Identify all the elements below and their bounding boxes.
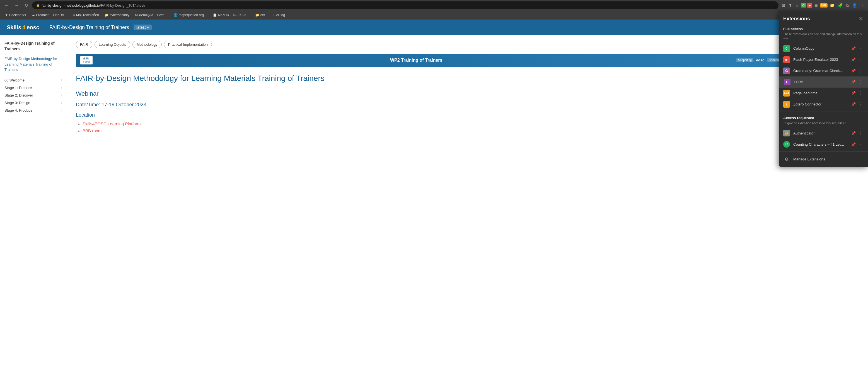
authenticator-icon: 🔐: [783, 130, 790, 137]
ext-name-zotero: Zotero Connector: [793, 102, 848, 106]
bookmark-cirt[interactable]: 📁 cirt: [253, 12, 267, 18]
link-skills4eosc[interactable]: Skills4EOSC Learning Platform: [83, 121, 141, 126]
pin-icon-lera[interactable]: 📌: [851, 80, 856, 84]
browser-chrome: ← → ↻ 🔒 fair-by-design-methodology.githu…: [0, 0, 868, 20]
divider: [779, 112, 868, 112]
ext-item-counting[interactable]: C Counting Characters – #1 Let… 📌 ⋮: [779, 139, 868, 150]
clipboard-icon: 📋: [213, 13, 217, 17]
extension-badge-red[interactable]: ▶: [807, 3, 812, 8]
site-title: FAIR-by-Design Training of Trainers: [49, 25, 129, 30]
toolbar-right: ⊡ ⬆ ☆ C ▶ ⊞ 0.69 📁 🧩 ⧉ 👤 ⋮: [781, 2, 865, 9]
browser-titlebar: ← → ↻ 🔒 fair-by-design-methodology.githu…: [0, 0, 868, 10]
tab-methodology[interactable]: Methodology: [132, 41, 161, 48]
extension-badge-green[interactable]: C: [801, 3, 806, 7]
logo-skills: Skills: [7, 24, 21, 31]
ext-item-grammarly[interactable]: G Grammarly: Grammar Check… 📌 ⋮: [779, 65, 868, 77]
sidebar-active-link[interactable]: FAIR-by-Design Methodology for Learning …: [4, 56, 62, 72]
page-load-badge[interactable]: 0.69: [820, 3, 828, 7]
content-links-list: Skills4EOSC Learning Platform BBB room: [76, 121, 859, 133]
pin-icon-counting[interactable]: 📌: [851, 142, 856, 146]
sidebar-item-discover[interactable]: Stage 2: Discover ›: [4, 91, 62, 99]
link-bbb-room[interactable]: BBB room: [83, 128, 101, 133]
cloud-icon: ☁: [32, 13, 35, 17]
menu-icon-flash[interactable]: ⋮: [857, 56, 864, 63]
content-heading: FAIR-by-Design Methodology for Learning …: [76, 74, 859, 83]
reload-button[interactable]: ↻: [23, 2, 30, 9]
pin-icon-pageload[interactable]: 📌: [851, 91, 856, 95]
access-requested-title: Access requested: [779, 114, 868, 120]
menu-icon-grammarly[interactable]: ⋮: [857, 67, 864, 74]
lera-icon: L: [784, 79, 790, 85]
pin-icon-columncopy[interactable]: 📌: [851, 46, 856, 51]
puzzle-icon[interactable]: 🧩: [837, 2, 844, 9]
grid-icon[interactable]: ⊞: [813, 2, 819, 9]
bookmark-denicija[interactable]: M Дениција – Петр…: [133, 12, 170, 18]
close-icon[interactable]: ✕: [858, 15, 864, 22]
pin-icon-flash[interactable]: 📌: [851, 57, 856, 62]
full-access-desc: These extensions can see and change info…: [779, 32, 868, 43]
ext-name-columncopy: ColumnCopy: [793, 46, 848, 51]
menu-icon-pageload[interactable]: ⋮: [857, 90, 864, 96]
manage-extensions-label: Manage Extensions: [793, 157, 825, 161]
sidebar-item-prepare[interactable]: Stage 1: Prepare ›: [4, 84, 62, 91]
bookmark-manager[interactable]: ★ Bookmarks: [3, 12, 28, 18]
bookmark-telekabel[interactable]: ∞ Мој Телекабел: [70, 12, 101, 18]
folder-icon[interactable]: 📁: [829, 2, 836, 9]
menu-icon[interactable]: ⋮: [859, 2, 865, 9]
tab-practical-implementation[interactable]: Practical Implementation: [164, 41, 212, 48]
tab-learning-objects[interactable]: Learning Objects: [95, 41, 130, 48]
list-item: BBB room: [83, 128, 859, 133]
extensions-title: Extensions: [783, 16, 810, 22]
eosc-text: eosc: [756, 58, 765, 62]
menu-icon-lera[interactable]: ⋮: [857, 79, 864, 85]
ext-item-flash[interactable]: ▶ Flash Player Emulator 2023 📌 ⋮: [779, 54, 868, 65]
ext-item-authenticator[interactable]: 🔐 Authenticator 📌 ⋮: [779, 127, 868, 139]
menu-icon-zotero[interactable]: ⋮: [857, 101, 864, 108]
flash-icon: ▶: [783, 56, 790, 63]
address-bar[interactable]: 🔒 fair-by-design-methodology.github.io/F…: [32, 1, 778, 9]
ext-item-zotero[interactable]: Z Zotero Connector 📌 ⋮: [779, 99, 868, 110]
columncopy-icon: C: [783, 45, 790, 52]
forward-button[interactable]: →: [13, 2, 21, 8]
tab-fair[interactable]: FAIR: [76, 41, 92, 48]
content-webinar: Webinar: [76, 90, 859, 97]
menu-icon-auth[interactable]: ⋮: [857, 130, 864, 137]
version-dropdown[interactable]: latest ▾: [133, 25, 151, 30]
ext-item-pageload[interactable]: 0.69 Page load time 📌 ⋮: [779, 88, 868, 99]
share-icon[interactable]: ⬆: [787, 2, 793, 9]
banner-badge-supporting: Supporting: [736, 58, 753, 62]
pageload-icon: 0.69: [783, 90, 790, 96]
bookmark-nozdr[interactable]: 📋 NoZDR – КОЛХО3…: [211, 12, 252, 18]
globe-icon: 🌐: [174, 13, 178, 17]
ext-item-columncopy[interactable]: C ColumnCopy 📌 ⋮: [779, 43, 868, 54]
ext-name-grammarly: Grammarly: Grammar Check…: [793, 69, 848, 73]
ext-item-lera[interactable]: L LERA 📌 ⋮: [779, 77, 868, 88]
ext-actions-columncopy: 📌 ⋮: [851, 45, 864, 52]
ext-actions-counting: 📌 ⋮: [851, 141, 864, 148]
star-icon: ★: [5, 13, 8, 17]
window-split-icon[interactable]: ⧉: [845, 2, 850, 9]
pin-icon-grammarly[interactable]: 📌: [851, 69, 856, 73]
ext-name-flash: Flash Player Emulator 2023: [793, 57, 848, 62]
counting-icon: C: [783, 141, 790, 148]
chevron-down-icon: ▾: [147, 25, 149, 30]
menu-icon-counting[interactable]: ⋮: [857, 141, 864, 148]
sidebar-item-welcome[interactable]: 00 Welcome ›: [4, 77, 62, 84]
menu-icon-columncopy[interactable]: ⋮: [857, 45, 864, 52]
sidebar-item-produce[interactable]: Stage 4: Produce ›: [4, 107, 62, 114]
back-button[interactable]: ←: [3, 2, 10, 8]
pin-icon-zotero[interactable]: 📌: [851, 102, 856, 106]
bookmark-star-icon[interactable]: ☆: [794, 2, 800, 9]
profile-icon[interactable]: 👤: [851, 2, 858, 9]
ext-actions-zotero: 📌 ⋮: [851, 101, 864, 108]
content-layout: FAIR-by-Design Training of Trainers FAIR…: [0, 35, 868, 380]
pin-icon-auth[interactable]: 📌: [851, 131, 856, 135]
bookmark-mapequation[interactable]: 🌐 mapequation.org…: [171, 12, 209, 18]
screen-icon[interactable]: ⊡: [781, 2, 786, 9]
sidebar-item-design[interactable]: Stage 3: Design ›: [4, 99, 62, 107]
bookmark-eve-ng[interactable]: ~ EVE-ng: [268, 12, 287, 18]
bookmark-predmeti[interactable]: ☁ Predmeti – OneDri…: [29, 12, 69, 18]
manage-extensions-item[interactable]: ⚙ Manage Extensions: [779, 153, 868, 165]
bookmark-cybersecurity[interactable]: 📁 cybersecurity: [102, 12, 132, 18]
ext-actions-lera: 📌 ⋮: [851, 79, 864, 85]
